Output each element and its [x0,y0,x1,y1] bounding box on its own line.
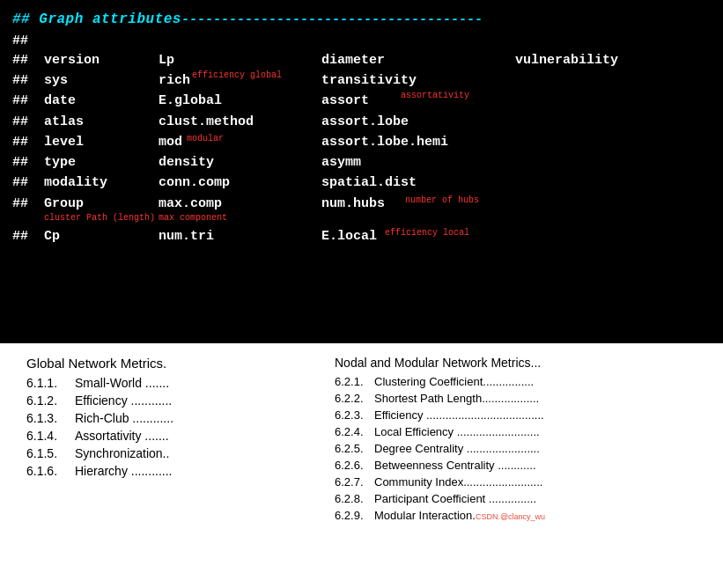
annotation-efficiency-global: efficiency global [192,69,282,83]
metric-label-616: Hierarchy ............ [75,464,172,478]
row-group: ## Group cluster Path (length) max.comp … [12,194,711,214]
col-date: date [44,91,159,111]
metric-label-623: Efficiency .............................… [374,408,544,422]
metric-number-626: 6.2.6. [335,459,374,472]
metric-label-611: Small-World ....... [75,376,169,390]
annotation-cluster-path: cluster Path (length) [44,211,155,225]
row-level: ## level mod modular assort.lobe.hemi [12,132,711,152]
metric-label-628: Participant Coefficient ............... [374,492,536,505]
metric-number-624: 6.2.4. [335,425,374,438]
terminal-section: ## Graph attributes --------------------… [0,0,723,343]
row-atlas: ## atlas clust.method assort.lobe [12,112,711,132]
col-eglobal: E.global [159,91,321,111]
col-numtri: num.tri [159,226,321,246]
col-maxcomp: max.comp max component [159,194,321,214]
annotation-number-hubs: number of hubs [405,194,479,208]
col-conncomp: conn.comp [159,173,321,193]
metric-number-628: 6.2.8. [335,492,374,505]
col-transitivity: transitivity [321,70,515,91]
metric-number-611: 6.1.1. [26,376,75,390]
col-type: type [44,152,159,173]
col-asymm: asymm [321,152,515,173]
list-item: 6.2.5. Degree Centrality ...............… [335,442,723,455]
col-atlas: atlas [44,112,159,132]
col-modality: modality [44,173,159,193]
metric-label-627: Community Index......................... [374,475,542,489]
list-item: 6.2.8. Participant Coefficient .........… [335,492,723,505]
metric-number-622: 6.2.2. [335,392,374,405]
metric-number-623: 6.2.3. [335,408,374,422]
col-numhubs: num.hubs number of hubs [321,194,515,214]
metric-number-625: 6.2.5. [335,442,374,455]
watermark: CSDN.@clancy_wu [476,512,545,521]
row-cp: ## Cp num.tri E.local efficiency local [12,226,711,246]
col-vulnerability: vulnerability [515,50,618,70]
global-metrics-panel: Global Network Metrics. 6.1.1. Small-Wor… [0,350,326,526]
bottom-section: Global Network Metrics. 6.1.1. Small-Wor… [0,343,723,526]
row-date: ## date E.global assort assortativity [12,91,711,111]
col-mod: mod modular [159,132,321,152]
annotation-efficiency-local: efficiency local [385,226,469,240]
metric-number-621: 6.2.1. [335,375,374,388]
title-line: ## Graph attributes --------------------… [12,9,711,31]
metric-number-614: 6.1.4. [26,429,75,443]
row-sys: ## sys rich efficiency global transitivi… [12,70,711,91]
col-clustmethod: clust.method [159,112,321,132]
col-level: level [44,132,159,152]
metric-label-624: Local Efficiency .......................… [374,425,540,438]
metric-number-616: 6.1.6. [26,464,75,478]
col-elocal: E.local efficiency local [321,226,515,246]
metric-label-625: Degree Centrality ......................… [374,442,540,455]
metric-label-629: Modular Interaction.CSDN.@clancy_wu [374,509,545,522]
col-cp: Cp [44,226,159,246]
col-lp: Lp [159,50,321,70]
annotation-max-component: max component [159,211,227,225]
metric-number-615: 6.1.5. [26,446,75,460]
col-sys: sys [44,70,159,91]
col-version: version [44,50,159,70]
col-group: Group cluster Path (length) [44,194,159,214]
annotation-assortativity: assortativity [401,89,469,103]
list-item: 6.2.7. Community Index..................… [335,475,723,489]
global-metrics-title: Global Network Metrics. [26,356,326,371]
metric-label-626: Betweenness Centrality ............ [374,459,536,472]
col-density: density [159,152,321,173]
metric-number-629: 6.2.9. [335,509,374,522]
metric-label-615: Synchronization.. [75,446,169,460]
list-item: 6.1.1. Small-World ....... [26,376,326,390]
col-assortlobehemi: assort.lobe.hemi [321,132,515,152]
list-item: 6.2.2. Shortest Path Length.............… [335,392,723,405]
annotation-modular: modular [187,132,224,146]
list-item: 6.2.6. Betweenness Centrality ..........… [335,459,723,472]
title-text: ## Graph attributes [12,9,181,31]
list-item: 6.1.6. Hierarchy ............ [26,464,326,478]
row-version: ## version Lp diameter vulnerability [12,50,711,70]
nodal-metrics-title: Nodal and Modular Network Metrics... [335,356,723,370]
list-item: 6.2.1. Clustering Coefficient...........… [335,375,723,388]
col-rich: rich efficiency global [159,70,321,91]
list-item: 6.1.3. Rich-Club ............ [26,411,326,425]
list-item: 6.2.3. Efficiency ......................… [335,408,723,422]
list-item: 6.1.2. Efficiency ............ [26,393,326,408]
metric-number-627: 6.2.7. [335,475,374,489]
col-diameter: diameter [321,50,515,70]
row-modality: ## modality conn.comp spatial.dist [12,173,711,193]
nodal-metrics-panel: Nodal and Modular Network Metrics... 6.2… [326,350,723,526]
metric-label-613: Rich-Club ............ [75,411,173,425]
list-item: 6.1.4. Assortativity ....... [26,429,326,443]
col-spatialdist: spatial.dist [321,173,515,193]
col-assort: assort assortativity [321,91,515,111]
list-item: 6.1.5. Synchronization.. [26,446,326,460]
metric-label-622: Shortest Path Length.................. [374,392,539,405]
list-item: 6.2.4. Local Efficiency ................… [335,425,723,438]
metric-label-614: Assortativity ....... [75,429,169,443]
col-assortlobe: assort.lobe [321,112,515,132]
title-dashes: -------------------------------------- [181,10,483,30]
row-type: ## type density asymm [12,152,711,173]
metric-number-613: 6.1.3. [26,411,75,425]
metric-number-612: 6.1.2. [26,393,75,408]
list-item: 6.2.9. Modular Interaction.CSDN.@clancy_… [335,509,723,522]
metric-label-621: Clustering Coefficient................ [374,375,534,388]
metric-label-612: Efficiency ............ [75,393,172,408]
empty-row: ## [12,31,711,50]
